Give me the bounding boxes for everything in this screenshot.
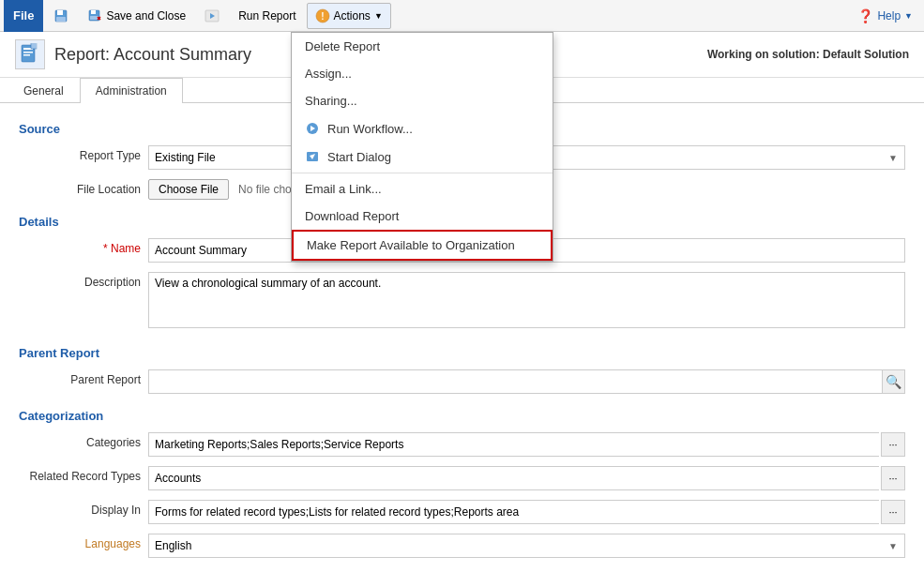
related-record-types-field: ···: [148, 466, 905, 490]
parent-report-input[interactable]: [148, 369, 882, 394]
save-close-icon: [87, 8, 102, 23]
lookup-icon: 🔍: [886, 374, 901, 389]
make-available-item[interactable]: Make Report Available to Organization: [292, 230, 553, 261]
run-workflow-icon: [305, 121, 320, 136]
categorization-section: Categorization Categories ··· Related Re…: [19, 409, 905, 558]
sharing-label: Sharing...: [305, 94, 357, 108]
categories-row: Categories ···: [19, 432, 905, 457]
parent-report-section-title: Parent Report: [19, 346, 905, 360]
assign-item[interactable]: Assign...: [292, 60, 553, 87]
related-record-types-label: Related Record Types: [19, 466, 141, 483]
actions-label: Actions: [334, 9, 371, 23]
languages-select-wrapper: English: [148, 534, 905, 558]
browse-icon-2: ···: [888, 473, 897, 484]
file-location-label: File Location: [19, 179, 141, 196]
start-dialog-label: Start Dialog: [327, 150, 391, 164]
categories-label: Categories: [19, 432, 141, 449]
categories-browse-button[interactable]: ···: [881, 432, 905, 457]
start-dialog-icon: [305, 149, 320, 164]
tab-general[interactable]: General: [8, 78, 80, 103]
svg-rect-14: [23, 52, 33, 53]
tab-administration[interactable]: Administration: [80, 78, 183, 103]
actions-chevron-icon: ▼: [374, 11, 383, 21]
save-icon: [53, 8, 68, 23]
actions-icon: !: [315, 8, 330, 23]
run-workflow-label: Run Workflow...: [327, 122, 413, 136]
svg-rect-15: [23, 54, 30, 56]
run-report-label: Run Report: [238, 9, 295, 23]
save-icon-button[interactable]: [45, 3, 77, 29]
languages-row: Languages English: [19, 534, 905, 558]
description-label: Description: [19, 272, 141, 289]
parent-report-field: 🔍: [148, 369, 905, 394]
display-in-field: ···: [148, 500, 905, 524]
svg-rect-1: [57, 10, 63, 15]
description-field: View a chronological summary of an accou…: [148, 272, 905, 331]
display-in-input[interactable]: [148, 500, 879, 524]
display-in-label: Display In: [19, 500, 141, 517]
parent-report-section: Parent Report Parent Report 🔍: [19, 346, 905, 394]
svg-text:!: !: [321, 11, 324, 22]
parent-report-row: Parent Report 🔍: [19, 369, 905, 394]
email-link-label: Email a Link...: [305, 182, 382, 196]
delete-report-item[interactable]: Delete Report: [292, 33, 553, 60]
categories-input[interactable]: [148, 432, 879, 457]
languages-select[interactable]: English: [148, 534, 905, 558]
assign-label: Assign...: [305, 67, 352, 81]
svg-rect-16: [31, 43, 37, 49]
start-dialog-item[interactable]: Start Dialog: [292, 143, 553, 171]
description-textarea[interactable]: View a chronological summary of an accou…: [148, 272, 905, 328]
description-row: Description View a chronological summary…: [19, 272, 905, 331]
save-close-label: Save and Close: [106, 9, 186, 23]
display-in-browse-button[interactable]: ···: [881, 500, 905, 524]
file-button[interactable]: File: [4, 0, 43, 32]
email-link-item[interactable]: Email a Link...: [292, 175, 553, 203]
help-label: Help: [877, 9, 901, 23]
svg-rect-2: [56, 17, 66, 22]
toolbar: File Save and Close Run Report ! Act: [0, 0, 924, 32]
browse-icon: ···: [888, 439, 897, 450]
related-record-types-row: Related Record Types ···: [19, 466, 905, 490]
help-icon: ❓: [857, 8, 873, 23]
svg-rect-4: [91, 10, 96, 14]
choose-file-button[interactable]: Choose File: [148, 179, 229, 200]
save-close-button[interactable]: Save and Close: [79, 3, 194, 29]
download-report-item[interactable]: Download Report: [292, 203, 553, 230]
download-report-label: Download Report: [305, 209, 399, 223]
make-available-label: Make Report Available to Organization: [307, 238, 515, 252]
delete-report-label: Delete Report: [305, 39, 380, 53]
report-type-label: Report Type: [19, 145, 141, 162]
help-button[interactable]: ❓ Help ▼: [850, 6, 920, 26]
run-workflow-item[interactable]: Run Workflow...: [292, 114, 553, 143]
languages-label: Languages: [19, 534, 141, 550]
actions-dropdown-menu: Delete Report Assign... Sharing... Run W…: [291, 32, 553, 262]
related-record-types-input[interactable]: [148, 466, 879, 490]
help-chevron-icon: ▼: [904, 11, 913, 21]
display-in-row: Display In ···: [19, 500, 905, 524]
name-label: Name: [19, 238, 141, 255]
actions-button[interactable]: ! Actions ▼: [307, 3, 391, 29]
run-report-button[interactable]: Run Report: [230, 3, 304, 29]
menu-separator: [292, 173, 553, 173]
categories-field: ···: [148, 432, 905, 457]
parent-report-label: Parent Report: [19, 369, 141, 386]
browse-icon-3: ···: [888, 506, 897, 518]
parent-report-lookup-button[interactable]: 🔍: [882, 369, 905, 394]
page-title: Report: Account Summary: [54, 45, 251, 65]
categorization-section-title: Categorization: [19, 409, 905, 423]
report-icon: [15, 39, 45, 69]
page-title-area: Report: Account Summary: [15, 39, 251, 69]
run-report-icon: [204, 8, 220, 23]
run-report-icon-button[interactable]: [196, 3, 228, 29]
sharing-item[interactable]: Sharing...: [292, 87, 553, 114]
related-record-types-browse-button[interactable]: ···: [881, 466, 905, 490]
solution-text: Working on solution: Default Solution: [707, 48, 909, 61]
